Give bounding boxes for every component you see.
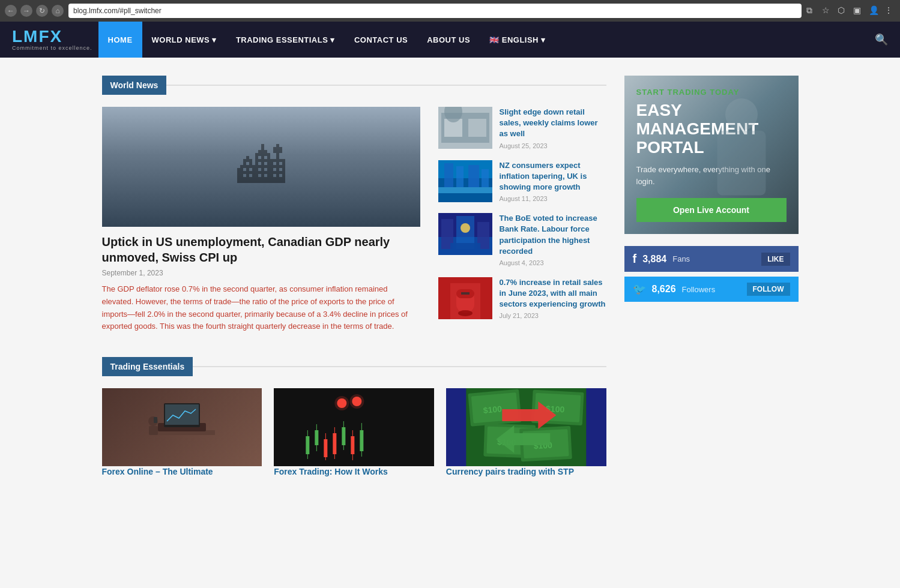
twitter-social[interactable]: 🐦 8,626 Followers FOLLOW [624, 277, 799, 302]
svg-rect-32 [468, 119, 486, 137]
svg-rect-76 [342, 427, 346, 445]
featured-image [102, 107, 420, 227]
logo-text: LMFX [12, 28, 92, 45]
svg-rect-7 [201, 161, 210, 173]
list-item[interactable]: Slight edge down retail sales, weekly cl… [438, 107, 606, 149]
list-item[interactable]: The BoE voted to increase Bank Rate. Lab… [438, 213, 606, 266]
article-title-3[interactable]: The BoE voted to increase Bank Rate. Lab… [500, 213, 606, 257]
social-box: f 3,884 Fans LIKE 🐦 8,626 Followers FOLL… [624, 246, 799, 302]
article-thumb-2 [438, 160, 492, 202]
url-text: blog.lmfx.com/#pll_switcher [73, 7, 162, 15]
logo[interactable]: LMFX Commitment to excellence. [12, 28, 92, 51]
svg-point-102 [725, 98, 758, 131]
nav-items: HOME WORLD NEWS ▾ TRADING ESSENTIALS ▾ C… [98, 22, 555, 58]
facebook-icon: f [633, 252, 637, 266]
twitter-follow-button[interactable]: FOLLOW [747, 283, 790, 296]
twitter-count: 8,626 [652, 284, 676, 295]
window-icon[interactable]: ▣ [853, 5, 864, 16]
nav-trading-link[interactable]: TRADING ESSENTIALS ▾ [226, 22, 345, 58]
forward-button[interactable]: → [20, 5, 32, 17]
svg-rect-0 [171, 107, 351, 227]
nav-home[interactable]: HOME [98, 22, 142, 58]
nav-language-link[interactable]: 🇬🇧 ENGLISH ▾ [480, 22, 555, 58]
home-button[interactable]: ⌂ [52, 5, 64, 17]
puzzle-icon[interactable]: ⬡ [838, 5, 848, 16]
article-title-1[interactable]: Slight edge down retail sales, weekly cl… [500, 107, 606, 140]
article-title-2[interactable]: NZ consumers expect inflation tapering, … [500, 160, 606, 193]
nav-about-link[interactable]: ABOUT US [417, 22, 480, 58]
svg-rect-3 [189, 143, 198, 155]
svg-rect-6 [189, 161, 198, 173]
nav-contact-link[interactable]: CONTACT US [345, 22, 417, 58]
article-date-1: August 25, 2023 [500, 142, 606, 149]
trading-card-3[interactable]: $100 $100 $100 $100 [446, 388, 606, 478]
svg-rect-10 [261, 125, 291, 185]
trading-card-title-2: Forex Trading: How It Works [274, 466, 434, 478]
menu-icon[interactable]: ⋮ [884, 5, 895, 16]
article-date-3: August 4, 2023 [500, 259, 606, 266]
svg-rect-25 [309, 179, 313, 200]
svg-point-46 [461, 223, 470, 233]
trading-section: Trading Essentials [102, 357, 606, 478]
twitter-label: Followers [682, 285, 716, 294]
side-articles: Slight edge down retail sales, weekly cl… [438, 107, 606, 333]
svg-point-85 [335, 396, 349, 410]
featured-article[interactable]: Uptick in US unemployment, Canadian GDP … [102, 107, 420, 333]
article-text-3: The BoE voted to increase Bank Rate. Lab… [500, 213, 606, 266]
sidebar: START TRADING TODAY EASY MANAGEMENT PORT… [624, 76, 799, 478]
article-date-4: July 21, 2023 [500, 312, 606, 319]
svg-rect-22 [171, 200, 351, 227]
reload-button[interactable]: ↻ [36, 5, 48, 17]
list-item[interactable]: 0.7% increase in retail sales in June 20… [438, 277, 606, 320]
sidebar-promo: START TRADING TODAY EASY MANAGEMENT PORT… [624, 76, 799, 234]
nav-language[interactable]: 🇬🇧 ENGLISH ▾ [480, 22, 555, 58]
svg-point-26 [300, 164, 322, 188]
thumb-retail2-img [438, 277, 492, 319]
extensions-icon[interactable]: ⧉ [806, 5, 817, 16]
svg-rect-79 [351, 436, 355, 454]
nav-world-news[interactable]: WORLD NEWS ▾ [142, 22, 226, 58]
world-news-title: World News [102, 76, 167, 95]
nav-world-news-link[interactable]: WORLD NEWS ▾ [142, 22, 226, 58]
address-bar[interactable]: blog.lmfx.com/#pll_switcher [68, 4, 802, 18]
nav-trading-essentials[interactable]: TRADING ESSENTIALS ▾ [226, 22, 345, 58]
article-title-4[interactable]: 0.7% increase in retail sales in June 20… [500, 277, 606, 310]
svg-rect-70 [324, 439, 328, 457]
section-divider [166, 85, 606, 86]
svg-rect-38 [468, 165, 479, 187]
nav-contact[interactable]: CONTACT US [345, 22, 417, 58]
trading-image-3: $100 $100 $100 $100 [446, 388, 606, 466]
svg-rect-82 [360, 430, 364, 451]
trading-card-2[interactable]: Forex Trading: How It Works [274, 388, 434, 478]
star-icon[interactable]: ☆ [822, 5, 833, 16]
svg-rect-52 [461, 292, 470, 295]
nav-about[interactable]: ABOUT US [417, 22, 480, 58]
world-news-header: World News [102, 76, 606, 95]
search-icon[interactable]: 🔍 [875, 33, 888, 46]
featured-title[interactable]: Uptick in US unemployment, Canadian GDP … [102, 234, 420, 265]
svg-rect-8 [222, 119, 294, 227]
facebook-like-button[interactable]: LIKE [761, 253, 790, 266]
svg-rect-73 [333, 433, 337, 454]
back-button[interactable]: ← [5, 5, 17, 17]
article-text-2: NZ consumers expect inflation tapering, … [500, 160, 606, 203]
svg-rect-59 [149, 426, 158, 435]
content-area: World News [102, 76, 606, 478]
thumb-retail-img [438, 107, 492, 149]
svg-rect-23 [171, 205, 351, 207]
profile-icon[interactable]: 👤 [869, 5, 880, 16]
trading-image-1 [102, 388, 262, 466]
svg-point-86 [350, 394, 364, 409]
svg-rect-1 [171, 131, 219, 227]
trading-card-1[interactable]: Forex Online – The Ultimate [102, 388, 262, 478]
facebook-social[interactable]: f 3,884 Fans LIKE [624, 246, 799, 272]
svg-rect-9 [225, 125, 255, 185]
svg-rect-64 [306, 436, 310, 454]
trading-card-title-1: Forex Online – The Ultimate [102, 466, 262, 478]
main-content: World News [90, 76, 811, 478]
nav-home-link[interactable]: HOME [98, 22, 142, 58]
svg-rect-37 [456, 166, 464, 187]
list-item[interactable]: NZ consumers expect inflation tapering, … [438, 160, 606, 203]
section-divider-2 [193, 366, 606, 367]
browser-icons: ⧉ ☆ ⬡ ▣ 👤 ⋮ [806, 5, 895, 16]
